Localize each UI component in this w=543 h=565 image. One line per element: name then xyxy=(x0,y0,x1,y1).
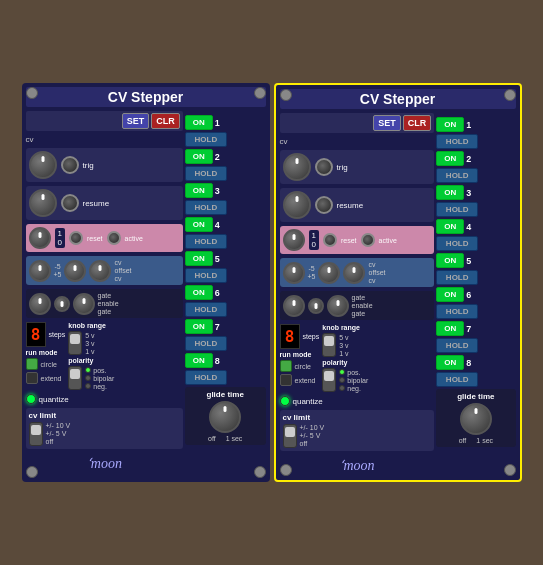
cv-knob-1[interactable] xyxy=(29,260,51,282)
step-on-1-6[interactable]: ON xyxy=(185,285,213,300)
cv-limit-section-1: cv limit +/- 10 V +/- 5 V off xyxy=(26,408,183,449)
polarity-toggle-control-2[interactable] xyxy=(322,368,336,392)
cv2-knob-2[interactable] xyxy=(343,262,365,284)
step-on-2-2[interactable]: ON xyxy=(436,151,464,166)
gate2-knob-1[interactable] xyxy=(73,293,95,315)
set-button-2[interactable]: SET xyxy=(373,115,401,131)
module-2-right-panel: ON 1 HOLD ON 2 HOLD ON 3 HOLD xyxy=(436,113,515,476)
step-hold-btn-1-8[interactable]: HOLD xyxy=(185,370,227,385)
enable-knob-2[interactable] xyxy=(308,298,324,314)
cv-limit-section-2: cv limit +/- 10 V +/- 5 V off xyxy=(280,410,435,451)
resume-knob-2[interactable] xyxy=(283,191,311,219)
circle-label-1: circle xyxy=(41,361,57,368)
extend-mode-2: extend xyxy=(280,374,320,386)
trig-knob-1[interactable] xyxy=(29,151,57,179)
reset-knob-1[interactable] xyxy=(29,227,51,249)
step-on-2-7[interactable]: ON xyxy=(436,321,464,336)
range-toggle-control-1[interactable] xyxy=(68,331,82,355)
step-on-2-3[interactable]: ON xyxy=(436,185,464,200)
step-hold-btn-1-7[interactable]: HOLD xyxy=(185,336,227,351)
cv-header-1: SET CLR xyxy=(26,111,183,131)
resume-knob-1[interactable] xyxy=(29,189,57,217)
steps-display-2: 8 xyxy=(280,324,300,349)
step-hold-btn-1-2[interactable]: HOLD xyxy=(185,166,227,181)
cv-plus5-label-1: +5 xyxy=(54,271,62,278)
polarity-toggle-1: pos. bipolar neg. xyxy=(68,366,114,390)
clr-button-2[interactable]: CLR xyxy=(403,115,432,131)
enable-knob-1[interactable] xyxy=(54,296,70,312)
set-button-1[interactable]: SET xyxy=(122,113,150,129)
polarity-group-2: pos. bipolar neg. xyxy=(339,369,368,392)
pol-pos-2: pos. xyxy=(339,369,368,376)
gate2-knob-2[interactable] xyxy=(327,295,349,317)
step-on-2-1[interactable]: ON xyxy=(436,117,464,132)
range-toggle-control-2[interactable] xyxy=(322,333,336,357)
range-1v-1: 1 v xyxy=(85,348,94,355)
step-num-1-5: 5 xyxy=(215,254,223,264)
step-row-2-2: ON 2 xyxy=(436,151,515,166)
step-hold-2-3: HOLD xyxy=(436,202,515,217)
step-hold-btn-1-6[interactable]: HOLD xyxy=(185,302,227,317)
step-hold-btn-2-3[interactable]: HOLD xyxy=(436,202,478,217)
circle-check-2[interactable] xyxy=(280,360,292,372)
step-on-1-8[interactable]: ON xyxy=(185,353,213,368)
circle-check-1[interactable] xyxy=(26,358,38,370)
step-hold-2-5: HOLD xyxy=(436,270,515,285)
step-on-2-4[interactable]: ON xyxy=(436,219,464,234)
cv2-knob-1[interactable] xyxy=(89,260,111,282)
step-on-1-7[interactable]: ON xyxy=(185,319,213,334)
step-hold-btn-2-4[interactable]: HOLD xyxy=(436,236,478,251)
glide-knob-2[interactable] xyxy=(460,403,492,435)
step-on-1-4[interactable]: ON xyxy=(185,217,213,232)
step-hold-btn-1-1[interactable]: HOLD xyxy=(185,132,227,147)
step-row-1-1: ON 1 xyxy=(185,115,266,130)
reset-active-section-1: 10 reset active xyxy=(26,224,183,252)
trig-port-2 xyxy=(315,158,333,176)
step-num-2-5: 5 xyxy=(466,256,474,266)
extend-check-2[interactable] xyxy=(280,374,292,386)
cv-knob-2[interactable] xyxy=(283,262,305,284)
reset-knob-2[interactable] xyxy=(283,229,305,251)
glide-knob-1[interactable] xyxy=(209,401,241,433)
quantize-row-1: quantize xyxy=(26,394,183,404)
step-hold-btn-1-3[interactable]: HOLD xyxy=(185,200,227,215)
gate-knob-2[interactable] xyxy=(283,295,305,317)
module-1: CV Stepper SET CLR cv trig xyxy=(22,83,270,482)
polarity-toggle-control-1[interactable] xyxy=(68,366,82,390)
active-label-container-2: active xyxy=(379,237,397,244)
step-hold-btn-2-2[interactable]: HOLD xyxy=(436,168,478,183)
step-hold-btn-2-6[interactable]: HOLD xyxy=(436,304,478,319)
extend-check-1[interactable] xyxy=(26,372,38,384)
step-on-2-8[interactable]: ON xyxy=(436,355,464,370)
step-hold-btn-1-5[interactable]: HOLD xyxy=(185,268,227,283)
step-hold-btn-2-7[interactable]: HOLD xyxy=(436,338,478,353)
cv-limit-off-2: off xyxy=(300,440,325,447)
step-on-2-6[interactable]: ON xyxy=(436,287,464,302)
reset-display-2: 10 xyxy=(309,230,319,250)
step-hold-btn-2-1[interactable]: HOLD xyxy=(436,134,478,149)
resume-label-2: resume xyxy=(337,201,364,210)
gate-knob-1[interactable] xyxy=(29,293,51,315)
cv-limit-toggle-1[interactable] xyxy=(29,422,43,446)
cv-limit-5v-1: +/- 5 V xyxy=(46,430,71,437)
offset-knob-1[interactable] xyxy=(64,260,86,282)
offset-knob-2[interactable] xyxy=(318,262,340,284)
step-on-1-2[interactable]: ON xyxy=(185,149,213,164)
step-num-2-3: 3 xyxy=(466,188,474,198)
cv-limit-toggle-2[interactable] xyxy=(283,424,297,448)
module-2-left-panel: SET CLR cv trig resume xyxy=(280,113,435,476)
trig-knob-2[interactable] xyxy=(283,153,311,181)
step-hold-1-5: HOLD xyxy=(185,268,266,283)
step-hold-btn-2-5[interactable]: HOLD xyxy=(436,270,478,285)
step-on-2-5[interactable]: ON xyxy=(436,253,464,268)
step-hold-btn-1-4[interactable]: HOLD xyxy=(185,234,227,249)
cv-limit-title-1: cv limit xyxy=(29,411,180,420)
step-num-2-6: 6 xyxy=(466,290,474,300)
step-on-1-1[interactable]: ON xyxy=(185,115,213,130)
step-hold-btn-2-8[interactable]: HOLD xyxy=(436,372,478,387)
gate-section-1: gate enable gate xyxy=(26,289,183,318)
clr-button-1[interactable]: CLR xyxy=(151,113,180,129)
step-on-1-3[interactable]: ON xyxy=(185,183,213,198)
step-on-1-5[interactable]: ON xyxy=(185,251,213,266)
trig-label-2: trig xyxy=(337,163,348,172)
